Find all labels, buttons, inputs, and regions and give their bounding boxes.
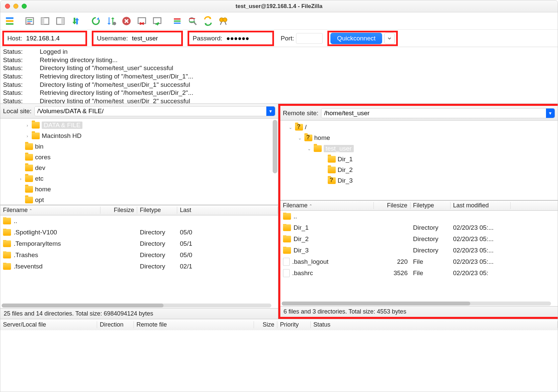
- log-label: Status:: [3, 81, 40, 89]
- password-input[interactable]: [224, 33, 271, 43]
- toggle-log-icon[interactable]: [24, 15, 36, 27]
- tree-item[interactable]: opt: [2, 195, 277, 205]
- window-minimize-button[interactable]: [13, 4, 18, 9]
- refresh-icon[interactable]: [90, 15, 102, 27]
- local-file-list-header[interactable]: Filename⌃ Filesize Filetype Last: [0, 205, 278, 215]
- tree-item[interactable]: Dir_2: [282, 165, 557, 175]
- file-row[interactable]: .bash_logout220File02/20/23 05:...: [280, 256, 558, 267]
- window-zoom-button[interactable]: [22, 4, 27, 9]
- local-directory-tree[interactable]: ›DATA & FILE›Macintosh HDbincoresdev›etc…: [0, 119, 278, 205]
- local-site-combo[interactable]: ▾: [34, 106, 275, 116]
- disclosure-triangle-icon[interactable]: ⌄: [288, 125, 293, 130]
- file-row[interactable]: Dir_2Directory02/20/23 05:...: [280, 233, 558, 245]
- column-server-local[interactable]: Server/Local file: [0, 321, 97, 328]
- remote-pane: Remote site: ▾ ⌄/⌄home⌄test_userDir_1Dir…: [278, 104, 558, 319]
- filter-icon[interactable]: [171, 15, 183, 27]
- disclosure-triangle-icon[interactable]: ›: [25, 134, 30, 139]
- column-filesize[interactable]: Filesize: [374, 202, 410, 209]
- remote-file-list-header[interactable]: Filename⌃ Filesize Filetype Last modifie…: [280, 201, 558, 211]
- folder-icon: [283, 236, 291, 242]
- quickconnect-button[interactable]: Quickconnect: [330, 33, 382, 44]
- remote-directory-tree[interactable]: ⌄/⌄home⌄test_userDir_1Dir_2Dir_3: [280, 121, 558, 201]
- chevron-down-icon[interactable]: ▾: [546, 109, 555, 118]
- local-site-input[interactable]: [35, 107, 266, 116]
- file-row[interactable]: ..: [280, 211, 558, 222]
- tree-item[interactable]: ⌄home: [282, 133, 557, 143]
- cancel-icon[interactable]: [120, 15, 132, 27]
- scrollbar-horizontal[interactable]: [2, 304, 271, 308]
- tree-item[interactable]: home: [2, 184, 277, 195]
- file-row[interactable]: ..: [0, 215, 278, 227]
- tree-item[interactable]: ›DATA & FILE: [2, 120, 277, 131]
- log-message: Retrieving directory listing of "/home/t…: [40, 72, 555, 81]
- disconnect-icon[interactable]: [136, 15, 148, 27]
- svg-rect-10: [61, 18, 64, 24]
- toggle-queue-icon[interactable]: [70, 15, 82, 27]
- column-last-modified[interactable]: Last: [177, 207, 278, 214]
- toggle-remote-tree-icon[interactable]: [54, 15, 66, 27]
- file-modified: 05/0: [177, 229, 278, 236]
- column-remote-file[interactable]: Remote file: [134, 321, 254, 328]
- file-row[interactable]: .Spotlight-V100Directory05/0: [0, 227, 278, 238]
- process-queue-icon[interactable]: [105, 15, 117, 27]
- folder-icon: [32, 133, 40, 139]
- file-row[interactable]: Dir_3Directory02/20/23 05:...: [280, 245, 558, 256]
- column-priority[interactable]: Priority: [277, 321, 311, 328]
- tree-item[interactable]: ⌄test_user: [282, 143, 557, 154]
- column-status[interactable]: Status: [311, 321, 558, 328]
- remote-file-list[interactable]: ..Dir_1Directory02/20/23 05:...Dir_2Dire…: [280, 211, 558, 306]
- svg-line-19: [194, 22, 197, 25]
- titlebar: test_user@192.168.1.4 - FileZilla: [0, 0, 558, 12]
- transfer-queue-header[interactable]: Server/Local file Direction Remote file …: [0, 319, 558, 330]
- reconnect-icon[interactable]: [151, 15, 163, 27]
- file-row[interactable]: .fseventsdDirectory02/1: [0, 261, 278, 272]
- file-row[interactable]: Dir_1Directory02/20/23 05:...: [280, 222, 558, 233]
- file-row[interactable]: .TemporaryItemsDirectory05/1: [0, 238, 278, 249]
- sync-browse-icon[interactable]: [202, 15, 214, 27]
- site-manager-icon[interactable]: [4, 15, 16, 27]
- column-filesize[interactable]: Filesize: [100, 207, 137, 214]
- file-modified: 05/1: [177, 240, 278, 247]
- log-row: Status:Directory listing of "/home/test_…: [3, 97, 555, 104]
- password-label: Password:: [191, 35, 222, 42]
- column-size[interactable]: Size: [254, 321, 277, 328]
- message-log[interactable]: Status:Logged inStatus:Retrieving direct…: [0, 47, 558, 104]
- tree-item[interactable]: dev: [2, 163, 277, 173]
- port-input[interactable]: [296, 33, 323, 44]
- local-file-list[interactable]: ...Spotlight-V100Directory05/0.Temporary…: [0, 215, 278, 308]
- quickconnect-history-dropdown[interactable]: [384, 33, 395, 44]
- file-row[interactable]: .bashrc3526File02/20/23 05:: [280, 267, 558, 279]
- remote-site-input[interactable]: [321, 109, 546, 118]
- file-type: Directory: [410, 235, 451, 243]
- scrollbar-thumb[interactable]: [273, 120, 277, 173]
- chevron-down-icon[interactable]: ▾: [266, 107, 275, 116]
- column-direction[interactable]: Direction: [97, 321, 134, 328]
- scrollbar-horizontal[interactable]: [282, 302, 551, 306]
- disclosure-triangle-icon[interactable]: ⌄: [298, 136, 302, 141]
- disclosure-triangle-icon[interactable]: ⌄: [307, 146, 312, 151]
- remote-site-combo[interactable]: ▾: [321, 108, 555, 118]
- column-filetype[interactable]: Filetype: [410, 202, 451, 209]
- toggle-local-tree-icon[interactable]: [39, 15, 51, 27]
- tree-item[interactable]: ›Macintosh HD: [2, 131, 277, 141]
- host-label: Host:: [5, 35, 22, 42]
- search-icon[interactable]: [217, 15, 229, 27]
- tree-item[interactable]: ⌄/: [282, 122, 557, 133]
- username-input[interactable]: [130, 33, 180, 43]
- file-modified: 02/1: [177, 263, 278, 270]
- disclosure-triangle-icon[interactable]: ›: [25, 123, 30, 128]
- file-row[interactable]: .TrashesDirectory05/0: [0, 249, 278, 261]
- tree-item[interactable]: bin: [2, 141, 277, 152]
- column-last-modified[interactable]: Last modified: [451, 202, 511, 209]
- directory-compare-icon[interactable]: [187, 15, 199, 27]
- column-filetype[interactable]: Filetype: [137, 207, 177, 214]
- tree-item[interactable]: ›etc: [2, 173, 277, 184]
- disclosure-triangle-icon[interactable]: ›: [18, 176, 23, 181]
- window-close-button[interactable]: [5, 4, 10, 9]
- tree-item[interactable]: Dir_1: [282, 154, 557, 165]
- tree-item[interactable]: Dir_3: [282, 175, 557, 186]
- tree-item[interactable]: cores: [2, 152, 277, 163]
- folder-icon: [3, 240, 11, 247]
- log-message: Directory listing of "/home/test_user" s…: [40, 64, 555, 72]
- host-input[interactable]: [24, 33, 84, 43]
